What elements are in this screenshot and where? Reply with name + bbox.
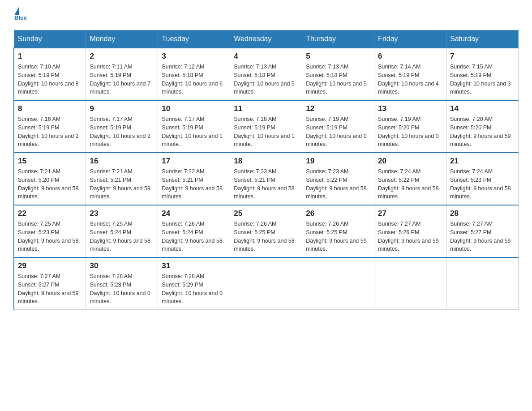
day-info: Sunrise: 7:27 AMSunset: 5:26 PMDaylight:… bbox=[378, 220, 442, 253]
day-number: 23 bbox=[90, 209, 154, 218]
calendar-day-cell: 10Sunrise: 7:17 AMSunset: 5:19 PMDayligh… bbox=[158, 100, 230, 153]
day-info: Sunrise: 7:26 AMSunset: 5:24 PMDaylight:… bbox=[162, 220, 226, 253]
calendar-day-cell bbox=[302, 257, 374, 310]
calendar-day-cell: 21Sunrise: 7:24 AMSunset: 5:23 PMDayligh… bbox=[446, 153, 519, 205]
day-info: Sunrise: 7:24 AMSunset: 5:23 PMDaylight:… bbox=[450, 167, 515, 201]
day-number: 7 bbox=[450, 52, 515, 61]
day-number: 19 bbox=[306, 157, 370, 166]
calendar-week-row: 15Sunrise: 7:21 AMSunset: 5:20 PMDayligh… bbox=[14, 153, 519, 205]
day-info: Sunrise: 7:20 AMSunset: 5:20 PMDaylight:… bbox=[450, 115, 515, 149]
calendar-day-cell: 3Sunrise: 7:12 AMSunset: 5:18 PMDaylight… bbox=[158, 48, 230, 100]
calendar-week-row: 1Sunrise: 7:10 AMSunset: 5:19 PMDaylight… bbox=[14, 48, 519, 100]
calendar-day-cell: 12Sunrise: 7:19 AMSunset: 5:19 PMDayligh… bbox=[302, 100, 374, 153]
day-of-week-header: Sunday bbox=[14, 30, 86, 48]
day-of-week-header: Wednesday bbox=[230, 30, 302, 48]
calendar-day-cell: 14Sunrise: 7:20 AMSunset: 5:20 PMDayligh… bbox=[446, 100, 519, 153]
day-number: 26 bbox=[306, 209, 370, 218]
day-number: 4 bbox=[234, 52, 298, 61]
day-info: Sunrise: 7:26 AMSunset: 5:25 PMDaylight:… bbox=[234, 220, 298, 253]
calendar-day-cell: 2Sunrise: 7:11 AMSunset: 5:19 PMDaylight… bbox=[86, 48, 158, 100]
day-number: 30 bbox=[90, 261, 154, 270]
calendar-day-cell: 15Sunrise: 7:21 AMSunset: 5:20 PMDayligh… bbox=[14, 153, 86, 205]
day-of-week-header: Monday bbox=[86, 30, 158, 48]
day-number: 28 bbox=[450, 209, 515, 218]
calendar-day-cell: 25Sunrise: 7:26 AMSunset: 5:25 PMDayligh… bbox=[230, 205, 302, 257]
calendar-day-cell: 29Sunrise: 7:27 AMSunset: 5:27 PMDayligh… bbox=[14, 257, 86, 310]
day-info: Sunrise: 7:28 AMSunset: 5:29 PMDaylight:… bbox=[162, 272, 226, 306]
day-of-week-header: Friday bbox=[374, 30, 446, 48]
day-number: 11 bbox=[234, 104, 298, 113]
day-of-week-header: Thursday bbox=[302, 30, 374, 48]
day-info: Sunrise: 7:12 AMSunset: 5:18 PMDaylight:… bbox=[162, 63, 226, 96]
day-number: 12 bbox=[306, 104, 370, 113]
day-info: Sunrise: 7:11 AMSunset: 5:19 PMDaylight:… bbox=[90, 63, 154, 96]
calendar-table: SundayMondayTuesdayWednesdayThursdayFrid… bbox=[13, 30, 519, 310]
day-number: 27 bbox=[378, 209, 442, 218]
calendar-day-cell bbox=[446, 257, 519, 310]
day-info: Sunrise: 7:21 AMSunset: 5:20 PMDaylight:… bbox=[18, 167, 82, 201]
calendar-day-cell: 27Sunrise: 7:27 AMSunset: 5:26 PMDayligh… bbox=[374, 205, 446, 257]
logo: Blue bbox=[13, 9, 27, 21]
calendar-day-cell: 13Sunrise: 7:19 AMSunset: 5:20 PMDayligh… bbox=[374, 100, 446, 153]
calendar-week-row: 8Sunrise: 7:16 AMSunset: 5:19 PMDaylight… bbox=[14, 100, 519, 153]
day-info: Sunrise: 7:23 AMSunset: 5:21 PMDaylight:… bbox=[234, 167, 298, 201]
day-number: 16 bbox=[90, 157, 154, 166]
day-info: Sunrise: 7:19 AMSunset: 5:19 PMDaylight:… bbox=[306, 115, 370, 149]
day-number: 14 bbox=[450, 104, 515, 113]
day-number: 1 bbox=[18, 52, 82, 61]
day-info: Sunrise: 7:14 AMSunset: 5:19 PMDaylight:… bbox=[378, 63, 442, 96]
day-number: 2 bbox=[90, 52, 154, 61]
day-number: 17 bbox=[162, 157, 226, 166]
day-info: Sunrise: 7:13 AMSunset: 5:18 PMDaylight:… bbox=[234, 63, 298, 96]
day-number: 6 bbox=[378, 52, 442, 61]
day-number: 21 bbox=[450, 157, 515, 166]
day-info: Sunrise: 7:17 AMSunset: 5:19 PMDaylight:… bbox=[90, 115, 154, 149]
calendar-day-cell: 22Sunrise: 7:25 AMSunset: 5:23 PMDayligh… bbox=[14, 205, 86, 257]
day-info: Sunrise: 7:28 AMSunset: 5:28 PMDaylight:… bbox=[90, 272, 154, 306]
calendar-day-cell: 28Sunrise: 7:27 AMSunset: 5:27 PMDayligh… bbox=[446, 205, 519, 257]
logo-underline: Blue bbox=[14, 14, 27, 21]
calendar-day-cell: 4Sunrise: 7:13 AMSunset: 5:18 PMDaylight… bbox=[230, 48, 302, 100]
calendar-day-cell: 23Sunrise: 7:25 AMSunset: 5:24 PMDayligh… bbox=[86, 205, 158, 257]
day-info: Sunrise: 7:25 AMSunset: 5:24 PMDaylight:… bbox=[90, 220, 154, 253]
day-number: 25 bbox=[234, 209, 298, 218]
day-number: 8 bbox=[18, 104, 82, 113]
day-info: Sunrise: 7:10 AMSunset: 5:19 PMDaylight:… bbox=[18, 63, 82, 96]
calendar-day-cell: 31Sunrise: 7:28 AMSunset: 5:29 PMDayligh… bbox=[158, 257, 230, 310]
day-info: Sunrise: 7:18 AMSunset: 5:19 PMDaylight:… bbox=[234, 115, 298, 149]
day-number: 9 bbox=[90, 104, 154, 113]
calendar-day-cell: 7Sunrise: 7:15 AMSunset: 5:19 PMDaylight… bbox=[446, 48, 519, 100]
day-info: Sunrise: 7:27 AMSunset: 5:27 PMDaylight:… bbox=[18, 272, 82, 306]
day-number: 29 bbox=[18, 261, 82, 270]
day-info: Sunrise: 7:15 AMSunset: 5:19 PMDaylight:… bbox=[450, 63, 515, 96]
day-info: Sunrise: 7:23 AMSunset: 5:22 PMDaylight:… bbox=[306, 167, 370, 201]
day-number: 5 bbox=[306, 52, 370, 61]
calendar-day-cell: 17Sunrise: 7:22 AMSunset: 5:21 PMDayligh… bbox=[158, 153, 230, 205]
calendar-day-cell: 11Sunrise: 7:18 AMSunset: 5:19 PMDayligh… bbox=[230, 100, 302, 153]
calendar-day-cell: 8Sunrise: 7:16 AMSunset: 5:19 PMDaylight… bbox=[14, 100, 86, 153]
calendar-day-cell: 24Sunrise: 7:26 AMSunset: 5:24 PMDayligh… bbox=[158, 205, 230, 257]
day-number: 20 bbox=[378, 157, 442, 166]
calendar-day-cell bbox=[374, 257, 446, 310]
calendar-day-cell: 26Sunrise: 7:26 AMSunset: 5:25 PMDayligh… bbox=[302, 205, 374, 257]
calendar-day-cell: 30Sunrise: 7:28 AMSunset: 5:28 PMDayligh… bbox=[86, 257, 158, 310]
day-info: Sunrise: 7:21 AMSunset: 5:21 PMDaylight:… bbox=[90, 167, 154, 201]
day-info: Sunrise: 7:22 AMSunset: 5:21 PMDaylight:… bbox=[162, 167, 226, 201]
day-number: 10 bbox=[162, 104, 226, 113]
calendar-day-cell: 20Sunrise: 7:24 AMSunset: 5:22 PMDayligh… bbox=[374, 153, 446, 205]
day-info: Sunrise: 7:19 AMSunset: 5:20 PMDaylight:… bbox=[378, 115, 442, 149]
calendar-day-cell: 9Sunrise: 7:17 AMSunset: 5:19 PMDaylight… bbox=[86, 100, 158, 153]
day-number: 24 bbox=[162, 209, 226, 218]
day-info: Sunrise: 7:25 AMSunset: 5:23 PMDaylight:… bbox=[18, 220, 82, 253]
day-info: Sunrise: 7:24 AMSunset: 5:22 PMDaylight:… bbox=[378, 167, 442, 201]
day-of-week-header: Tuesday bbox=[158, 30, 230, 48]
day-of-week-header: Saturday bbox=[446, 30, 519, 48]
day-info: Sunrise: 7:17 AMSunset: 5:19 PMDaylight:… bbox=[162, 115, 226, 149]
calendar-day-cell bbox=[230, 257, 302, 310]
day-info: Sunrise: 7:13 AMSunset: 5:18 PMDaylight:… bbox=[306, 63, 370, 96]
calendar-day-cell: 5Sunrise: 7:13 AMSunset: 5:18 PMDaylight… bbox=[302, 48, 374, 100]
day-number: 13 bbox=[378, 104, 442, 113]
day-info: Sunrise: 7:27 AMSunset: 5:27 PMDaylight:… bbox=[450, 220, 515, 253]
calendar-day-cell: 16Sunrise: 7:21 AMSunset: 5:21 PMDayligh… bbox=[86, 153, 158, 205]
page-header: Blue bbox=[13, 9, 519, 21]
